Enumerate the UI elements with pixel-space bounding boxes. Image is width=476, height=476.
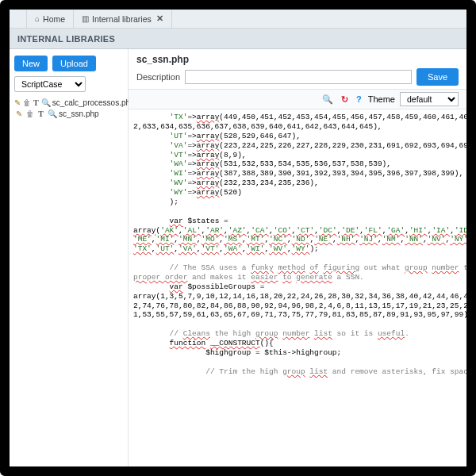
file-label: sc_calc_processos.php [52,98,135,107]
search-icon[interactable]: 🔍 [41,98,50,107]
tab-bar: ⌂ Home ▥ Internal libraries ✕ [10,10,466,29]
file-tree: ✎🗑T🔍sc_calc_processos.php✎🗑T🔍sc_ssn.php [14,98,123,118]
tab-internal-libraries[interactable]: ▥ Internal libraries ✕ [74,10,172,28]
tab-spacer [13,10,27,28]
code-editor[interactable]: 'TX'=>array(449,450,451,452,453,454,455,… [129,109,466,466]
description-label: Description [136,72,180,82]
new-button[interactable]: New [14,56,48,71]
theme-label: Theme [368,94,395,104]
file-label: sc_ssn.php [59,109,99,118]
edit-icon[interactable]: ✎ [14,109,23,118]
page-title-text: INTERNAL LIBRARIES [17,34,115,44]
tab-home[interactable]: ⌂ Home [27,10,74,28]
file-name: sc_ssn.php [136,54,459,65]
search-icon[interactable]: 🔍 [321,94,335,105]
search-icon[interactable]: 🔍 [48,109,56,118]
content-pane: sc_ssn.php Description Save 🔍 ↻ ? Theme … [129,49,466,466]
books-icon: ▥ [82,14,89,23]
edit-icon[interactable]: ✎ [14,98,21,107]
tree-item[interactable]: ✎🗑T🔍sc_calc_processos.php [14,98,123,107]
upload-button[interactable]: Upload [52,56,96,71]
theme-select[interactable]: default [400,92,459,106]
text-icon: T [33,98,39,107]
text-icon: T [36,109,45,118]
tab-label: Home [43,14,65,24]
close-icon[interactable]: ✕ [156,13,163,24]
tab-label: Internal libraries [92,14,152,24]
help-icon[interactable]: ? [355,94,363,104]
home-icon: ⌂ [35,14,40,23]
sidebar: New Upload ScriptCase ✎🗑T🔍sc_calc_proces… [10,49,129,466]
scope-select[interactable]: ScriptCase [14,76,86,92]
tree-item[interactable]: ✎🗑T🔍sc_ssn.php [14,109,123,118]
refresh-icon[interactable]: ↻ [340,94,350,105]
delete-icon[interactable]: 🗑 [23,98,31,107]
save-button[interactable]: Save [416,68,459,86]
page-title: INTERNAL LIBRARIES [10,29,466,49]
description-input[interactable] [185,70,412,84]
editor-toolbar: 🔍 ↻ ? Theme default [129,89,466,109]
delete-icon[interactable]: 🗑 [25,109,34,118]
